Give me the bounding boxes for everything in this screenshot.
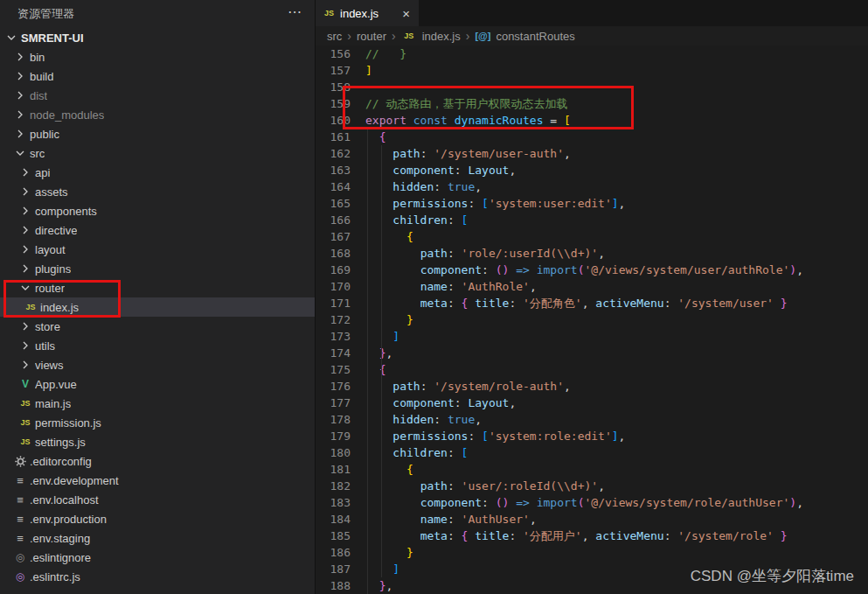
tree-item-permission.js[interactable]: JSpermission.js <box>0 413 315 432</box>
tree-item-.env.production[interactable]: ≡.env.production <box>0 509 315 528</box>
tree-item-plugins[interactable]: plugins <box>0 259 315 278</box>
tree-item-node_modules[interactable]: node_modules <box>0 105 315 124</box>
tree-item-label: SMRENT-UI <box>21 31 84 45</box>
chevron-right-icon <box>12 50 28 64</box>
tree-item-.eslintrc.js[interactable]: ◎.eslintrc.js <box>0 567 315 586</box>
tab-indexjs[interactable]: JS index.js × <box>316 0 419 26</box>
tree-item-assets[interactable]: assets <box>0 182 315 201</box>
tree-item-label: store <box>35 320 60 333</box>
tree-item-label: .env.staging <box>30 532 90 545</box>
chevron-right-icon <box>12 127 28 141</box>
tree-item-App.vue[interactable]: VApp.vue <box>0 374 315 394</box>
breadcrumb-label: index.js <box>422 30 461 43</box>
config-icon: ≡ <box>12 512 28 526</box>
line-number: 180 <box>316 444 351 461</box>
chevron-right-icon <box>17 165 33 179</box>
line-number: 181 <box>316 461 351 478</box>
code-text: // 动态路由，基于用户权限动态去加载 <box>365 95 567 112</box>
chevron-down-icon <box>17 281 33 295</box>
code-line: 180 children: [ <box>316 444 868 461</box>
tree-item-src[interactable]: src <box>0 143 315 163</box>
line-number: 185 <box>316 528 351 544</box>
close-icon[interactable]: × <box>402 6 410 21</box>
tree-item-settings.js[interactable]: JSsettings.js <box>0 432 315 451</box>
tree-item-label: node_modules <box>30 108 104 122</box>
code-text: }, <box>365 345 392 361</box>
code-text: { <box>365 129 385 145</box>
code-text: }, <box>365 577 392 594</box>
tree-item-layout[interactable]: layout <box>0 240 315 259</box>
line-number: 158 <box>316 79 351 95</box>
more-actions-icon[interactable]: ⋯ <box>288 3 302 20</box>
line-number: 183 <box>316 494 351 511</box>
code-text: { <box>365 461 413 478</box>
tree-item-directive[interactable]: directive <box>0 220 315 240</box>
line-number: 169 <box>316 262 351 278</box>
tree-item-label: index.js <box>40 301 79 314</box>
tree-item-.env.localhost[interactable]: ≡.env.localhost <box>0 490 315 509</box>
chevron-separator-icon: › <box>347 29 351 43</box>
tree-item-public[interactable]: public <box>0 124 315 143</box>
chevron-separator-icon: › <box>392 29 396 43</box>
line-number: 170 <box>316 278 351 295</box>
tree-item-components[interactable]: components <box>0 201 315 220</box>
chevron-right-icon <box>12 88 28 102</box>
code-text: // } <box>365 45 406 62</box>
indent-guide <box>367 129 368 594</box>
tree-item-dist[interactable]: dist <box>0 86 315 105</box>
code-text: component: () => import('@/views/system/… <box>365 494 803 511</box>
code-line: 163 component: Layout, <box>316 162 868 178</box>
line-number: 156 <box>316 45 351 62</box>
code-text: export const dynamicRoutes = [ <box>365 112 571 129</box>
js-icon: JS <box>324 9 334 17</box>
line-number: 167 <box>316 228 351 245</box>
code-text: permissions: ['system:user:edit'], <box>365 195 625 212</box>
tree-item-router[interactable]: router <box>0 278 315 297</box>
code-line: 175 { <box>316 361 868 378</box>
breadcrumb-item-constantRoutes[interactable]: [@]constantRoutes <box>475 29 574 43</box>
tree-item-.editorconfig[interactable]: .editorconfig <box>0 451 315 471</box>
tree-item-views[interactable]: views <box>0 355 315 374</box>
editor-area: JS index.js × src›router›JSindex.js›[@]c… <box>316 0 868 594</box>
line-number: 176 <box>316 378 351 395</box>
tree-item-store[interactable]: store <box>0 317 315 336</box>
js-icon: JS <box>17 396 33 410</box>
line-number: 162 <box>316 145 351 162</box>
code-text: } <box>365 311 413 328</box>
tree-item-partial[interactable]: ≡ <box>0 586 315 594</box>
eslint-colored-icon: ◎ <box>12 570 28 584</box>
tree-item-.env.development[interactable]: ≡.env.development <box>0 471 315 490</box>
gear-icon <box>12 454 28 468</box>
tree-item-.env.staging[interactable]: ≡.env.staging <box>0 528 315 548</box>
line-number: 182 <box>316 478 351 494</box>
tree-item-bin[interactable]: bin <box>0 47 315 66</box>
line-number: 184 <box>316 511 351 528</box>
config-icon: ≡ <box>12 473 28 487</box>
tree-item-utils[interactable]: utils <box>0 336 315 355</box>
tree-item-main.js[interactable]: JSmain.js <box>0 394 315 413</box>
tree-item-build[interactable]: build <box>0 66 315 86</box>
breadcrumb-item-index.js[interactable]: JSindex.js <box>401 29 461 43</box>
tree-item-.eslintignore[interactable]: ◎.eslintignore <box>0 548 315 567</box>
tree-item-api[interactable]: api <box>0 163 315 182</box>
code-line: 166 children: [ <box>316 212 868 228</box>
breadcrumb-item-src[interactable]: src <box>327 30 342 43</box>
tree-item-label: permission.js <box>35 416 101 430</box>
tree-item-label: layout <box>35 243 66 256</box>
code-line: 161 { <box>316 129 868 145</box>
tree-item-label: .eslintrc.js <box>30 570 80 584</box>
line-number: 179 <box>316 428 351 444</box>
chevron-right-icon <box>17 242 33 256</box>
tree-item-SMRENT-UI[interactable]: SMRENT-UI <box>0 28 315 47</box>
code-line: 159// 动态路由，基于用户权限动态去加载 <box>316 95 868 112</box>
code-text: path: 'user/:roleId(\\d+)', <box>365 478 605 494</box>
code-text: ] <box>365 62 372 79</box>
code-area[interactable]: 156// }157]158159// 动态路由，基于用户权限动态去加载160e… <box>316 45 868 594</box>
code-line: 164 hidden: true, <box>316 178 868 195</box>
breadcrumb-item-router[interactable]: router <box>357 30 386 43</box>
tree-item-index.js[interactable]: JSindex.js <box>0 297 315 317</box>
code-line: 165 permissions: ['system:user:edit'], <box>316 195 868 212</box>
line-number: 171 <box>316 295 351 311</box>
tree-item-label: .eslintignore <box>30 551 91 564</box>
config-icon: ≡ <box>12 531 28 545</box>
